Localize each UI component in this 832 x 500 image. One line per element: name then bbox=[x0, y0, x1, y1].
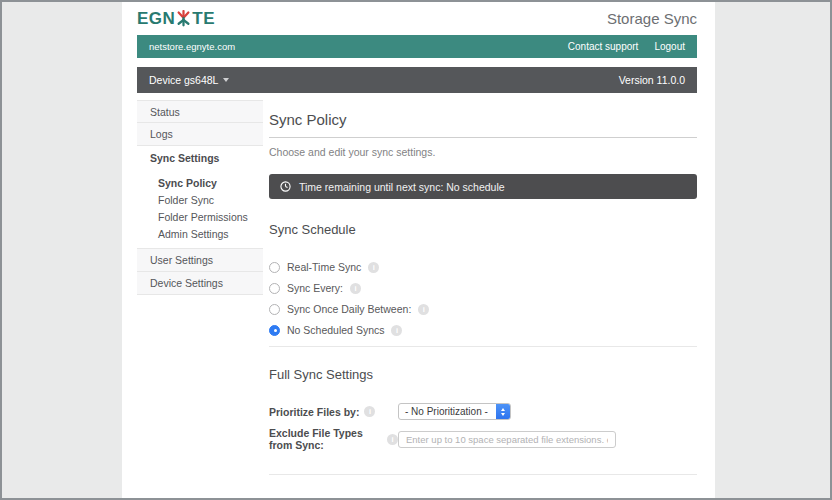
sidebar-item-status[interactable]: Status bbox=[137, 100, 263, 123]
prioritize-row: Prioritize Files by: i - No Prioritizati… bbox=[269, 403, 697, 420]
info-icon[interactable]: i bbox=[364, 406, 375, 417]
sync-time-notice: Time remaining until next sync: No sched… bbox=[269, 174, 697, 199]
radio-button[interactable] bbox=[269, 304, 280, 315]
sidebar-sync-settings-submenu: Sync Policy Folder Sync Folder Permissio… bbox=[137, 169, 263, 249]
radio-button[interactable] bbox=[269, 262, 280, 273]
section-divider bbox=[269, 474, 697, 475]
radio-label: No Scheduled Syncs bbox=[287, 324, 384, 336]
device-selector[interactable]: Device gs648L bbox=[149, 74, 229, 86]
sidebar-item-folder-sync[interactable]: Folder Sync bbox=[137, 191, 263, 208]
sidebar: Status Logs Sync Settings Sync Policy Fo… bbox=[137, 100, 263, 295]
prioritize-label: Prioritize Files by: bbox=[269, 406, 359, 418]
sidebar-subitem-label: Folder Sync bbox=[158, 194, 214, 206]
sidebar-item-sync-policy[interactable]: Sync Policy bbox=[137, 174, 263, 191]
exclude-label-group: Exclude File Types from Sync: i bbox=[269, 427, 398, 451]
page-subtitle: Choose and edit your sync settings. bbox=[269, 146, 697, 158]
radio-no-scheduled-syncs[interactable]: No Scheduled Syncs i bbox=[269, 324, 697, 336]
device-bar: Device gs648L Version 11.0.0 bbox=[137, 67, 697, 93]
full-sync-heading: Full Sync Settings bbox=[269, 367, 697, 382]
select-stepper-icon bbox=[496, 403, 510, 420]
sidebar-item-label: Device Settings bbox=[150, 277, 223, 289]
radio-sync-every[interactable]: Sync Every: i bbox=[269, 282, 697, 294]
sidebar-item-sync-settings[interactable]: Sync Settings bbox=[137, 146, 263, 169]
header: EGN TE Storage Sync bbox=[137, 2, 697, 35]
section-divider bbox=[269, 346, 697, 347]
sidebar-item-user-settings[interactable]: User Settings bbox=[137, 249, 263, 272]
page-title: Sync Policy bbox=[269, 111, 697, 138]
prioritize-label-group: Prioritize Files by: i bbox=[269, 406, 398, 418]
sidebar-subitem-label: Admin Settings bbox=[158, 228, 229, 240]
exclude-row: Exclude File Types from Sync: i bbox=[269, 427, 697, 451]
info-icon[interactable]: i bbox=[387, 434, 398, 445]
sidebar-item-device-settings[interactable]: Device Settings bbox=[137, 272, 263, 295]
account-links: Contact support Logout bbox=[568, 41, 685, 52]
info-icon[interactable]: i bbox=[418, 304, 429, 315]
sidebar-item-folder-permissions[interactable]: Folder Permissions bbox=[137, 208, 263, 225]
logout-link[interactable]: Logout bbox=[654, 41, 685, 52]
radio-label: Sync Every: bbox=[287, 282, 343, 294]
sidebar-item-admin-settings[interactable]: Admin Settings bbox=[137, 225, 263, 242]
logo-asterisk-icon bbox=[176, 10, 191, 27]
radio-button-selected[interactable] bbox=[269, 325, 280, 336]
sidebar-item-label: User Settings bbox=[150, 254, 213, 266]
body-columns: Status Logs Sync Settings Sync Policy Fo… bbox=[137, 93, 697, 498]
sidebar-item-label: Status bbox=[150, 106, 180, 118]
sidebar-item-logs[interactable]: Logs bbox=[137, 123, 263, 146]
exclude-file-types-input[interactable] bbox=[398, 431, 616, 448]
contact-support-link[interactable]: Contact support bbox=[568, 41, 639, 52]
page: EGN TE Storage Sync netstore.egnyte.com bbox=[122, 2, 715, 498]
network-settings-heading: Network Settings bbox=[269, 497, 697, 498]
info-icon[interactable]: i bbox=[350, 283, 361, 294]
radio-real-time-sync[interactable]: Real-Time Sync i bbox=[269, 261, 697, 273]
logo-text-prefix: EGN bbox=[137, 10, 175, 27]
chevron-down-icon bbox=[223, 78, 229, 82]
exclude-label: Exclude File Types from Sync: bbox=[269, 427, 382, 451]
app-title: Storage Sync bbox=[607, 10, 697, 27]
radio-button[interactable] bbox=[269, 283, 280, 294]
account-domain: netstore.egnyte.com bbox=[149, 41, 235, 52]
radio-label: Sync Once Daily Between: bbox=[287, 303, 411, 315]
sidebar-subitem-label: Sync Policy bbox=[158, 177, 217, 189]
full-sync-form: Prioritize Files by: i - No Prioritizati… bbox=[269, 403, 697, 451]
radio-label: Real-Time Sync bbox=[287, 261, 361, 273]
info-icon[interactable]: i bbox=[368, 262, 379, 273]
clock-icon bbox=[280, 181, 291, 192]
sync-schedule-options: Real-Time Sync i Sync Every: i Sync Once… bbox=[269, 261, 697, 336]
sync-schedule-heading: Sync Schedule bbox=[269, 222, 697, 237]
radio-sync-once-daily[interactable]: Sync Once Daily Between: i bbox=[269, 303, 697, 315]
logo-text-suffix: TE bbox=[192, 10, 215, 27]
main-content: Sync Policy Choose and edit your sync se… bbox=[269, 111, 697, 498]
sidebar-subitem-label: Folder Permissions bbox=[158, 211, 248, 223]
device-selector-label: Device gs648L bbox=[149, 74, 218, 86]
prioritize-select-value: - No Prioritization - bbox=[399, 406, 488, 417]
sidebar-item-label: Logs bbox=[150, 128, 173, 140]
info-icon[interactable]: i bbox=[391, 325, 402, 336]
sync-time-notice-text: Time remaining until next sync: No sched… bbox=[299, 181, 505, 193]
egnyte-logo: EGN TE bbox=[137, 10, 215, 27]
browser-frame: EGN TE Storage Sync netstore.egnyte.com bbox=[0, 0, 832, 500]
version-label: Version 11.0.0 bbox=[619, 74, 685, 86]
account-bar: netstore.egnyte.com Contact support Logo… bbox=[137, 35, 697, 58]
sidebar-item-label: Sync Settings bbox=[150, 152, 219, 164]
prioritize-select[interactable]: - No Prioritization - bbox=[398, 403, 511, 420]
